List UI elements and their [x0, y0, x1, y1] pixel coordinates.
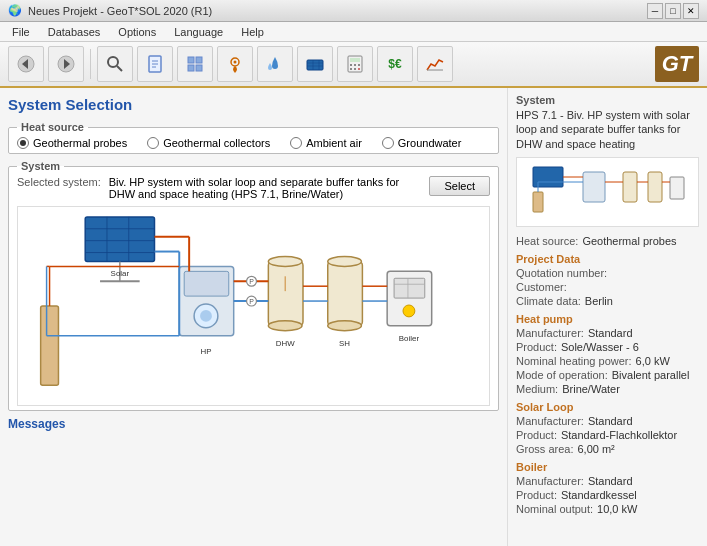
- drops-button[interactable]: [257, 46, 293, 82]
- svg-rect-83: [670, 177, 684, 199]
- search-button[interactable]: [97, 46, 133, 82]
- left-panel: System Selection Heat source Geothermal …: [0, 88, 507, 546]
- svg-point-52: [328, 321, 362, 331]
- main-content: System Selection Heat source Geothermal …: [0, 88, 707, 546]
- system-row: Selected system: Biv. HP system with sol…: [17, 176, 490, 200]
- heat-source-legend: Heat source: [17, 121, 88, 133]
- rp-heat-source-field: Heat source: Geothermal probes: [516, 235, 699, 247]
- radio-groundwater[interactable]: Groundwater: [382, 137, 462, 149]
- rp-boiler-title: Boiler: [516, 461, 699, 473]
- rp-sl-area-value: 6,00 m²: [577, 443, 614, 455]
- title-bar-text: 🌍 Neues Projekt - GeoT*SOL 2020 (R1): [8, 4, 212, 17]
- minimize-button[interactable]: ─: [647, 3, 663, 19]
- svg-rect-58: [41, 306, 59, 385]
- svg-rect-10: [188, 57, 194, 63]
- money-button[interactable]: $€: [377, 46, 413, 82]
- menu-bar: File Databases Options Language Help: [0, 22, 707, 42]
- menu-file[interactable]: File: [4, 24, 38, 40]
- rp-boiler-product-label: Product:: [516, 489, 557, 501]
- rp-solar-loop-title: Solar Loop: [516, 401, 699, 413]
- back-button[interactable]: [8, 46, 44, 82]
- solar-panel-button[interactable]: [297, 46, 333, 82]
- radio-ambient-air-label: Ambient air: [306, 137, 362, 149]
- rp-hp-nominal-value: 6,0 kW: [636, 355, 670, 367]
- heat-source-section: Heat source Geothermal probes Geothermal…: [8, 121, 499, 154]
- toolbar: $€ GT: [0, 42, 707, 88]
- graph-button[interactable]: [417, 46, 453, 82]
- rp-boiler-nominal-value: 10,0 kW: [597, 503, 637, 515]
- grid-button[interactable]: [177, 46, 213, 82]
- close-button[interactable]: ✕: [683, 3, 699, 19]
- svg-point-28: [358, 68, 360, 70]
- title-bar: 🌍 Neues Projekt - GeoT*SOL 2020 (R1) ─ □…: [0, 0, 707, 22]
- rp-hp-mode-value: Bivalent parallel: [612, 369, 690, 381]
- svg-rect-11: [196, 57, 202, 63]
- svg-point-15: [234, 61, 237, 64]
- rp-climate-label: Climate data:: [516, 295, 581, 307]
- document-button[interactable]: [137, 46, 173, 82]
- radio-ambient-air[interactable]: Ambient air: [290, 137, 362, 149]
- rp-boiler-manufacturer-value: Standard: [588, 475, 633, 487]
- rp-hp-product-label: Product:: [516, 341, 557, 353]
- forward-button[interactable]: [48, 46, 84, 82]
- rp-hp-manufacturer-label: Manufacturer:: [516, 327, 584, 339]
- svg-rect-80: [583, 172, 605, 202]
- rp-customer-field: Customer:: [516, 281, 699, 293]
- messages-title: Messages: [8, 417, 499, 431]
- radio-ambient-air-circle: [290, 137, 302, 149]
- rp-boiler-manufacturer-label: Manufacturer:: [516, 475, 584, 487]
- svg-text:DHW: DHW: [276, 339, 295, 348]
- rp-customer-label: Customer:: [516, 281, 567, 293]
- svg-line-5: [117, 66, 122, 71]
- svg-rect-81: [623, 172, 637, 202]
- svg-rect-88: [533, 192, 543, 212]
- svg-rect-12: [188, 65, 194, 71]
- window-controls[interactable]: ─ □ ✕: [647, 3, 699, 19]
- menu-databases[interactable]: Databases: [40, 24, 109, 40]
- svg-point-24: [354, 64, 356, 66]
- page-title: System Selection: [8, 96, 499, 113]
- rp-hp-medium-label: Medium:: [516, 383, 558, 395]
- rp-sl-product-label: Product:: [516, 429, 557, 441]
- rp-hp-nominal-label: Nominal heating power:: [516, 355, 632, 367]
- select-button[interactable]: Select: [429, 176, 490, 196]
- rp-quotation-label: Quotation number:: [516, 267, 607, 279]
- rp-boiler-product-value: Standardkessel: [561, 489, 637, 501]
- rp-project-data-title: Project Data: [516, 253, 699, 265]
- svg-point-57: [403, 305, 415, 317]
- gt-logo: GT: [655, 46, 699, 82]
- rp-heat-source-label: Heat source:: [516, 235, 578, 247]
- rp-system-image: [516, 157, 699, 227]
- svg-rect-46: [268, 261, 303, 325]
- heat-source-radio-group: Geothermal probes Geothermal collectors …: [17, 137, 490, 149]
- rp-diagram-svg: [528, 162, 688, 222]
- rp-boiler-manufacturer-field: Manufacturer: Standard: [516, 475, 699, 487]
- rp-hp-mode-field: Mode of operation: Bivalent parallel: [516, 369, 699, 381]
- system-diagram: P P Solar HP DHW SH Boiler: [17, 206, 490, 406]
- menu-help[interactable]: Help: [233, 24, 272, 40]
- rp-climate-field: Climate data: Berlin: [516, 295, 699, 307]
- menu-options[interactable]: Options: [110, 24, 164, 40]
- svg-point-27: [354, 68, 356, 70]
- calc-button[interactable]: [337, 46, 373, 82]
- rp-system-name: HPS 7.1 - Biv. HP system with solar loop…: [516, 108, 699, 151]
- rp-sl-manufacturer-value: Standard: [588, 415, 633, 427]
- rp-quotation-field: Quotation number:: [516, 267, 699, 279]
- radio-geothermal-collectors[interactable]: Geothermal collectors: [147, 137, 270, 149]
- radio-geothermal-probes-label: Geothermal probes: [33, 137, 127, 149]
- svg-text:P: P: [249, 278, 254, 285]
- radio-geothermal-collectors-label: Geothermal collectors: [163, 137, 270, 149]
- radio-geothermal-collectors-circle: [147, 137, 159, 149]
- rp-sl-area-field: Gross area: 6,00 m²: [516, 443, 699, 455]
- radio-geothermal-probes[interactable]: Geothermal probes: [17, 137, 127, 149]
- menu-language[interactable]: Language: [166, 24, 231, 40]
- rp-heat-source-value: Geothermal probes: [582, 235, 676, 247]
- rp-hp-medium-value: Brine/Water: [562, 383, 620, 395]
- maximize-button[interactable]: □: [665, 3, 681, 19]
- radio-geothermal-probes-circle: [17, 137, 29, 149]
- rp-sl-product-value: Standard-Flachkollektor: [561, 429, 677, 441]
- system-legend: System: [17, 160, 64, 172]
- rp-hp-mode-label: Mode of operation:: [516, 369, 608, 381]
- rp-sl-product-field: Product: Standard-Flachkollektor: [516, 429, 699, 441]
- location-button[interactable]: [217, 46, 253, 82]
